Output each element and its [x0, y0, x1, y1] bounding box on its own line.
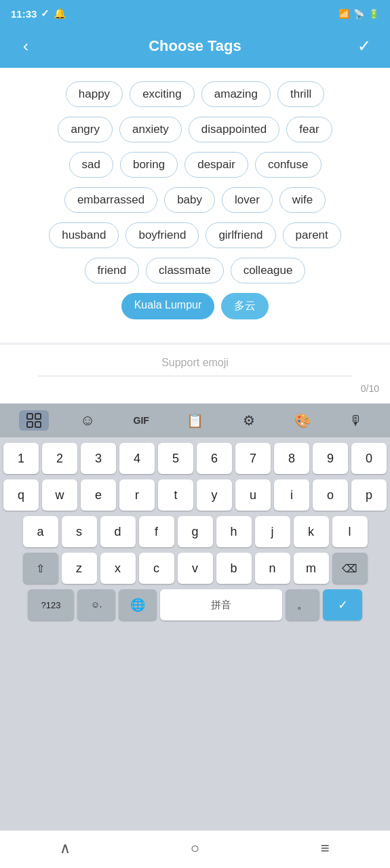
mic-tool-button[interactable]: 🎙 — [341, 413, 371, 429]
tag-embarrassed[interactable]: embarrassed — [64, 187, 157, 213]
key-u[interactable]: u — [235, 479, 271, 511]
tag-friend[interactable]: friend — [85, 258, 140, 283]
key-c[interactable]: c — [139, 553, 174, 584]
tag-amazing[interactable]: amazing — [201, 81, 271, 107]
key-z[interactable]: z — [62, 553, 97, 584]
key-d[interactable]: d — [100, 516, 136, 547]
tags-row-1: happy exciting amazing thrill — [11, 81, 379, 107]
asdf-row: a s d f g h j k l — [3, 516, 387, 547]
space-key[interactable]: 拼音 — [160, 589, 282, 620]
clipboard-tool-button[interactable]: 📋 — [180, 412, 210, 429]
tag-husband[interactable]: husband — [49, 222, 119, 248]
svg-rect-0 — [27, 414, 33, 419]
key-m[interactable]: m — [294, 553, 329, 584]
status-icons: 📶 📡 🔋 — [338, 9, 379, 19]
tag-colleague[interactable]: colleague — [231, 258, 306, 283]
tag-confuse[interactable]: confuse — [255, 152, 321, 178]
key-w[interactable]: w — [42, 479, 77, 511]
key-j[interactable]: j — [255, 516, 290, 547]
key-9[interactable]: 9 — [313, 443, 348, 474]
tag-kuala-lumpur[interactable]: Kuala Lumpur — [121, 293, 215, 319]
shift-key[interactable]: ⇧ — [23, 553, 58, 584]
qwerty-row: q w e r t y u i o p — [3, 479, 387, 511]
key-h[interactable]: h — [216, 516, 252, 547]
keyboard-keys: 1 2 3 4 5 6 7 8 9 0 q w e r t y u i o p … — [0, 437, 390, 830]
globe-key[interactable]: 🌐 — [119, 589, 157, 620]
tag-happy[interactable]: happy — [66, 81, 123, 107]
nav-bar: ∧ ○ ≡ — [0, 830, 390, 868]
status-bar: 11:33 ✓ 🔔 📶 📡 🔋 — [0, 0, 390, 27]
key-v[interactable]: v — [178, 553, 213, 584]
char-count: 0/10 — [11, 379, 379, 394]
tag-anxiety[interactable]: anxiety — [119, 117, 182, 142]
battery-icon: 🔋 — [368, 9, 379, 19]
signal-icon: 📡 — [353, 9, 364, 19]
key-e[interactable]: e — [81, 479, 116, 511]
tag-classmate[interactable]: classmate — [146, 258, 224, 283]
key-t[interactable]: t — [158, 479, 193, 511]
confirm-button[interactable]: ✓ — [352, 37, 376, 56]
key-n[interactable]: n — [255, 553, 290, 584]
period-key[interactable]: 。 — [286, 589, 319, 620]
key-x[interactable]: x — [100, 553, 136, 584]
svg-rect-3 — [35, 422, 41, 427]
key-g[interactable]: g — [178, 516, 213, 547]
page-title: Choose Tags — [38, 37, 352, 55]
number-row: 1 2 3 4 5 6 7 8 9 0 — [3, 443, 387, 474]
key-6[interactable]: 6 — [197, 443, 232, 474]
tag-angry[interactable]: angry — [58, 117, 113, 142]
key-b[interactable]: b — [216, 553, 252, 584]
tag-boyfriend[interactable]: boyfriend — [125, 222, 199, 248]
key-3[interactable]: 3 — [81, 443, 116, 474]
palette-tool-button[interactable]: 🎨 — [288, 412, 317, 429]
key-2[interactable]: 2 — [42, 443, 77, 474]
gif-tool-button[interactable]: GIF — [126, 415, 156, 426]
tag-despair[interactable]: despair — [184, 152, 248, 178]
backspace-key[interactable]: ⌫ — [332, 553, 368, 584]
tags-row-6: friend classmate colleague — [11, 258, 379, 283]
emoji-comma-key[interactable]: ☺, — [77, 589, 115, 620]
key-4[interactable]: 4 — [119, 443, 155, 474]
key-y[interactable]: y — [197, 479, 232, 511]
settings-tool-button[interactable]: ⚙ — [234, 412, 264, 429]
nav-back-button[interactable]: ∧ — [0, 840, 130, 857]
key-o[interactable]: o — [313, 479, 348, 511]
time-display: 11:33 — [11, 8, 37, 20]
key-8[interactable]: 8 — [274, 443, 309, 474]
nav-home-button[interactable]: ○ — [130, 840, 260, 857]
key-f[interactable]: f — [139, 516, 174, 547]
svg-rect-1 — [35, 414, 41, 419]
key-5[interactable]: 5 — [158, 443, 193, 474]
tag-girlfriend[interactable]: girlfriend — [206, 222, 275, 248]
tag-lover[interactable]: lover — [222, 187, 273, 213]
tag-fear[interactable]: fear — [286, 117, 332, 142]
tag-baby[interactable]: baby — [164, 187, 215, 213]
key-r[interactable]: r — [119, 479, 155, 511]
tag-thrill[interactable]: thrill — [277, 81, 324, 107]
tag-parent[interactable]: parent — [283, 222, 341, 248]
key-i[interactable]: i — [274, 479, 309, 511]
check-icon: ✓ — [41, 7, 50, 20]
symbol-key[interactable]: ?123 — [28, 589, 74, 620]
key-q[interactable]: q — [3, 479, 39, 511]
tag-cloudy[interactable]: 多云 — [221, 293, 269, 319]
emoji-tool-button[interactable]: ☺ — [73, 412, 102, 429]
key-a[interactable]: a — [23, 516, 58, 547]
tag-wife[interactable]: wife — [279, 187, 326, 213]
tag-disappointed[interactable]: disappointed — [189, 117, 279, 142]
tag-exciting[interactable]: exciting — [130, 81, 195, 107]
grid-tool-button[interactable] — [19, 410, 49, 431]
key-7[interactable]: 7 — [235, 443, 271, 474]
emoji-placeholder[interactable]: Support emoji — [11, 351, 379, 373]
key-l[interactable]: l — [332, 516, 368, 547]
key-0[interactable]: 0 — [351, 443, 387, 474]
tag-sad[interactable]: sad — [69, 152, 113, 178]
key-p[interactable]: p — [351, 479, 387, 511]
nav-menu-button[interactable]: ≡ — [260, 840, 390, 857]
tag-boring[interactable]: boring — [120, 152, 178, 178]
key-k[interactable]: k — [294, 516, 329, 547]
back-button[interactable]: ‹ — [14, 37, 38, 56]
key-s[interactable]: s — [62, 516, 97, 547]
enter-key[interactable]: ✓ — [323, 589, 362, 620]
key-1[interactable]: 1 — [3, 443, 39, 474]
